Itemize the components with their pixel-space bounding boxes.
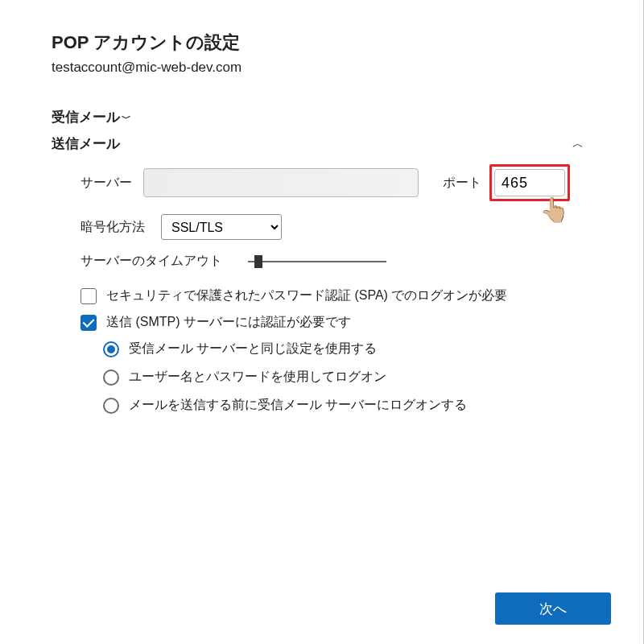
slider-thumb[interactable] [254,257,261,267]
encryption-select[interactable]: SSL/TLS [161,214,282,240]
timeout-slider[interactable] [248,254,386,270]
spa-checkbox[interactable] [80,288,97,304]
smtp-auth-checkbox[interactable] [80,315,97,331]
smtp-auth-radio-logon-first-label: メールを送信する前に受信メール サーバーにログオンする [129,397,467,414]
incoming-mail-section[interactable]: 受信メール﹀ [52,108,592,126]
smtp-auth-radio-userpass[interactable] [103,369,119,386]
page-title: POP アカウントの設定 [52,31,592,55]
server-label: サーバー [80,175,132,192]
port-highlight: 👆🏼 [489,164,570,201]
smtp-auth-radio-logon-first[interactable] [103,398,119,414]
port-input[interactable] [494,169,565,196]
smtp-auth-radio-same[interactable] [103,341,119,357]
smtp-auth-checkbox-label: 送信 (SMTP) サーバーには認証が必要です [106,314,351,331]
incoming-mail-label: 受信メール [52,109,120,125]
next-button[interactable]: 次へ [495,592,611,625]
chevron-up-icon[interactable]: ︿ [572,137,584,151]
slider-track [248,261,386,262]
chevron-down-icon: ﹀ [122,113,131,124]
spa-checkbox-label: セキュリティで保護されたパスワード認証 (SPA) でのログオンが必要 [106,287,507,304]
server-input[interactable] [143,168,419,197]
encryption-label: 暗号化方法 [80,219,145,236]
account-email: testaccount@mic-web-dev.com [52,60,592,76]
timeout-label: サーバーのタイムアウト [80,253,222,270]
outgoing-mail-label: 送信メール [52,136,120,151]
smtp-auth-radio-same-label: 受信メール サーバーと同じ設定を使用する [129,341,377,357]
pointing-hand-icon: 👆🏼 [539,196,569,224]
smtp-auth-radio-group: 受信メール サーバーと同じ設定を使用する ユーザー名とパスワードを使用してログオ… [80,341,592,414]
smtp-auth-radio-userpass-label: ユーザー名とパスワードを使用してログオン [129,369,386,386]
outgoing-mail-section[interactable]: 送信メール [52,134,120,153]
port-label: ポート [443,175,481,192]
